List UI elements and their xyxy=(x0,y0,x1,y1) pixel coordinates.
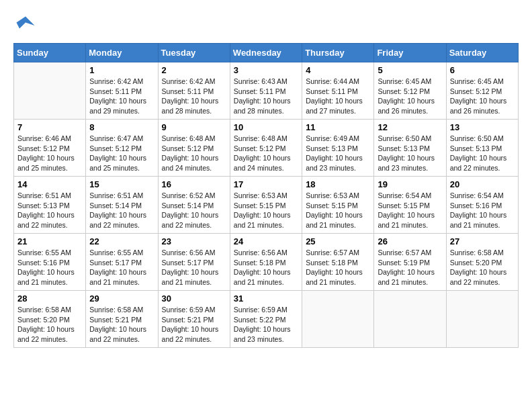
logo xyxy=(13,13,40,38)
day-info: Sunrise: 6:48 AMSunset: 5:12 PMDaylight:… xyxy=(234,134,298,173)
calendar-cell: 28Sunrise: 6:58 AMSunset: 5:20 PMDayligh… xyxy=(14,291,86,348)
calendar-cell: 30Sunrise: 6:59 AMSunset: 5:21 PMDayligh… xyxy=(158,291,230,348)
svg-marker-0 xyxy=(17,17,35,29)
day-number: 8 xyxy=(89,122,154,132)
day-info: Sunrise: 6:59 AMSunset: 5:21 PMDaylight:… xyxy=(162,305,226,345)
calendar-week-row: 21Sunrise: 6:55 AMSunset: 5:16 PMDayligh… xyxy=(14,234,519,291)
day-of-week-header: Sunday xyxy=(14,44,86,62)
day-number: 20 xyxy=(450,179,515,189)
calendar-cell xyxy=(302,291,374,348)
day-of-week-header: Monday xyxy=(86,44,158,62)
day-number: 29 xyxy=(89,293,154,304)
day-number: 30 xyxy=(162,293,226,304)
day-info: Sunrise: 6:50 AMSunset: 5:13 PMDaylight:… xyxy=(450,134,515,173)
calendar-cell xyxy=(14,62,86,120)
calendar-cell: 13Sunrise: 6:50 AMSunset: 5:13 PMDayligh… xyxy=(446,120,518,177)
day-info: Sunrise: 6:46 AMSunset: 5:12 PMDaylight:… xyxy=(17,134,82,173)
day-info: Sunrise: 6:50 AMSunset: 5:13 PMDaylight:… xyxy=(378,134,442,173)
calendar-cell: 23Sunrise: 6:56 AMSunset: 5:17 PMDayligh… xyxy=(158,234,230,291)
day-info: Sunrise: 6:42 AMSunset: 5:11 PMDaylight:… xyxy=(89,77,154,116)
calendar-week-row: 1Sunrise: 6:42 AMSunset: 5:11 PMDaylight… xyxy=(14,62,519,120)
day-number: 25 xyxy=(306,236,370,246)
day-info: Sunrise: 6:45 AMSunset: 5:12 PMDaylight:… xyxy=(450,77,515,116)
day-number: 21 xyxy=(17,236,82,246)
day-info: Sunrise: 6:58 AMSunset: 5:20 PMDaylight:… xyxy=(450,248,515,287)
day-info: Sunrise: 6:56 AMSunset: 5:18 PMDaylight:… xyxy=(234,248,298,287)
day-number: 7 xyxy=(17,122,82,132)
day-info: Sunrise: 6:54 AMSunset: 5:16 PMDaylight:… xyxy=(450,191,515,230)
logo-icon xyxy=(13,13,38,38)
calendar-cell: 8Sunrise: 6:47 AMSunset: 5:12 PMDaylight… xyxy=(86,120,158,177)
day-number: 3 xyxy=(234,65,298,75)
day-info: Sunrise: 6:44 AMSunset: 5:11 PMDaylight:… xyxy=(306,77,370,116)
day-info: Sunrise: 6:55 AMSunset: 5:17 PMDaylight:… xyxy=(89,248,154,287)
calendar-cell: 17Sunrise: 6:53 AMSunset: 5:15 PMDayligh… xyxy=(230,177,302,234)
day-info: Sunrise: 6:43 AMSunset: 5:11 PMDaylight:… xyxy=(234,77,298,116)
calendar-week-row: 7Sunrise: 6:46 AMSunset: 5:12 PMDaylight… xyxy=(14,120,519,177)
day-number: 19 xyxy=(378,179,442,189)
calendar-cell: 15Sunrise: 6:51 AMSunset: 5:14 PMDayligh… xyxy=(86,177,158,234)
calendar-cell: 14Sunrise: 6:51 AMSunset: 5:13 PMDayligh… xyxy=(14,177,86,234)
calendar-cell: 24Sunrise: 6:56 AMSunset: 5:18 PMDayligh… xyxy=(230,234,302,291)
day-number: 18 xyxy=(306,179,370,189)
calendar-cell: 6Sunrise: 6:45 AMSunset: 5:12 PMDaylight… xyxy=(446,62,518,120)
day-number: 22 xyxy=(89,236,154,246)
calendar-cell: 31Sunrise: 6:59 AMSunset: 5:22 PMDayligh… xyxy=(230,291,302,348)
day-info: Sunrise: 6:49 AMSunset: 5:13 PMDaylight:… xyxy=(306,134,370,173)
day-info: Sunrise: 6:58 AMSunset: 5:21 PMDaylight:… xyxy=(89,305,154,345)
calendar-body: 1Sunrise: 6:42 AMSunset: 5:11 PMDaylight… xyxy=(14,62,519,348)
day-number: 12 xyxy=(378,122,442,132)
calendar-cell: 18Sunrise: 6:53 AMSunset: 5:15 PMDayligh… xyxy=(302,177,374,234)
page-header xyxy=(13,13,519,38)
day-number: 28 xyxy=(17,293,82,304)
day-info: Sunrise: 6:42 AMSunset: 5:11 PMDaylight:… xyxy=(162,77,226,116)
day-info: Sunrise: 6:51 AMSunset: 5:14 PMDaylight:… xyxy=(89,191,154,230)
day-number: 1 xyxy=(89,65,154,75)
calendar-cell: 5Sunrise: 6:45 AMSunset: 5:12 PMDaylight… xyxy=(374,62,446,120)
calendar-cell: 20Sunrise: 6:54 AMSunset: 5:16 PMDayligh… xyxy=(446,177,518,234)
day-info: Sunrise: 6:53 AMSunset: 5:15 PMDaylight:… xyxy=(234,191,298,230)
day-info: Sunrise: 6:48 AMSunset: 5:12 PMDaylight:… xyxy=(162,134,226,173)
day-info: Sunrise: 6:45 AMSunset: 5:12 PMDaylight:… xyxy=(378,77,442,116)
day-number: 13 xyxy=(450,122,515,132)
day-of-week-header: Friday xyxy=(374,44,446,62)
calendar-cell: 10Sunrise: 6:48 AMSunset: 5:12 PMDayligh… xyxy=(230,120,302,177)
day-number: 31 xyxy=(234,293,298,304)
day-number: 2 xyxy=(162,65,226,75)
calendar-cell: 2Sunrise: 6:42 AMSunset: 5:11 PMDaylight… xyxy=(158,62,230,120)
calendar-cell: 9Sunrise: 6:48 AMSunset: 5:12 PMDaylight… xyxy=(158,120,230,177)
calendar-cell: 19Sunrise: 6:54 AMSunset: 5:15 PMDayligh… xyxy=(374,177,446,234)
day-number: 10 xyxy=(234,122,298,132)
day-info: Sunrise: 6:59 AMSunset: 5:22 PMDaylight:… xyxy=(234,305,298,345)
day-info: Sunrise: 6:56 AMSunset: 5:17 PMDaylight:… xyxy=(162,248,226,287)
day-info: Sunrise: 6:52 AMSunset: 5:14 PMDaylight:… xyxy=(162,191,226,230)
calendar-cell: 26Sunrise: 6:57 AMSunset: 5:19 PMDayligh… xyxy=(374,234,446,291)
calendar-cell: 16Sunrise: 6:52 AMSunset: 5:14 PMDayligh… xyxy=(158,177,230,234)
calendar-cell: 21Sunrise: 6:55 AMSunset: 5:16 PMDayligh… xyxy=(14,234,86,291)
days-of-week-row: SundayMondayTuesdayWednesdayThursdayFrid… xyxy=(14,44,519,62)
day-info: Sunrise: 6:57 AMSunset: 5:19 PMDaylight:… xyxy=(378,248,442,287)
calendar-cell xyxy=(374,291,446,348)
calendar-cell: 27Sunrise: 6:58 AMSunset: 5:20 PMDayligh… xyxy=(446,234,518,291)
calendar-week-row: 28Sunrise: 6:58 AMSunset: 5:20 PMDayligh… xyxy=(14,291,519,348)
day-number: 24 xyxy=(234,236,298,246)
day-number: 6 xyxy=(450,65,515,75)
day-info: Sunrise: 6:51 AMSunset: 5:13 PMDaylight:… xyxy=(17,191,82,230)
calendar-cell: 25Sunrise: 6:57 AMSunset: 5:18 PMDayligh… xyxy=(302,234,374,291)
calendar-cell: 1Sunrise: 6:42 AMSunset: 5:11 PMDaylight… xyxy=(86,62,158,120)
calendar-cell: 7Sunrise: 6:46 AMSunset: 5:12 PMDaylight… xyxy=(14,120,86,177)
day-number: 14 xyxy=(17,179,82,189)
calendar-table: SundayMondayTuesdayWednesdayThursdayFrid… xyxy=(13,43,519,348)
day-info: Sunrise: 6:54 AMSunset: 5:15 PMDaylight:… xyxy=(378,191,442,230)
day-of-week-header: Tuesday xyxy=(158,44,230,62)
day-number: 26 xyxy=(378,236,442,246)
day-number: 15 xyxy=(89,179,154,189)
day-number: 11 xyxy=(306,122,370,132)
day-of-week-header: Thursday xyxy=(302,44,374,62)
day-number: 17 xyxy=(234,179,298,189)
day-of-week-header: Saturday xyxy=(446,44,518,62)
calendar-cell: 3Sunrise: 6:43 AMSunset: 5:11 PMDaylight… xyxy=(230,62,302,120)
calendar-cell: 4Sunrise: 6:44 AMSunset: 5:11 PMDaylight… xyxy=(302,62,374,120)
calendar-cell xyxy=(446,291,518,348)
day-number: 4 xyxy=(306,65,370,75)
